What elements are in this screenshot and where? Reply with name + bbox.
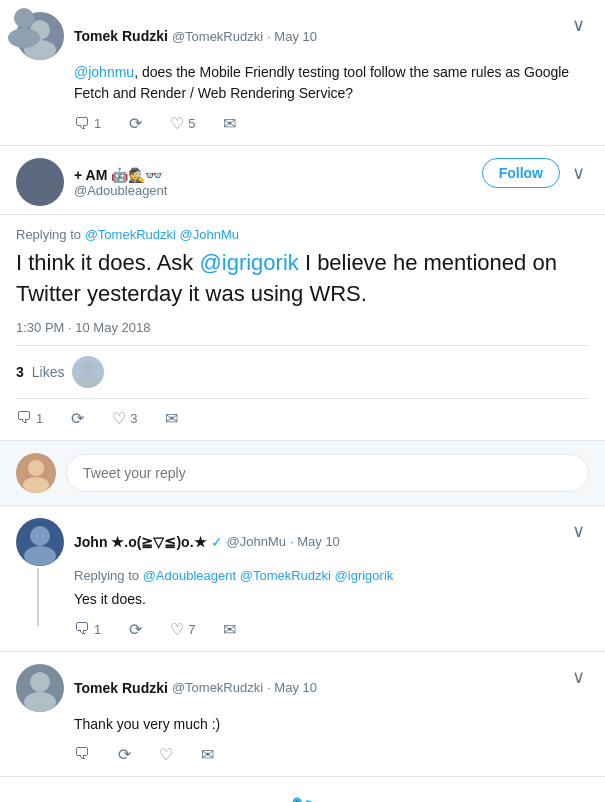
tweet-1-mail-btn[interactable]: ✉: [223, 114, 236, 133]
tweet-1-text: @johnmu, does the Mobile Friendly testin…: [74, 62, 589, 104]
twitter-bird-icon: 🐦: [290, 793, 315, 802]
tweet-4-header: Tomek Rudzki @TomekRudzki · May 10 ∨: [16, 664, 589, 712]
tweet-1-body: @johnmu, does the Mobile Friendly testin…: [74, 62, 589, 133]
main-tweet-mention-igrigorik[interactable]: @igrigorik: [199, 250, 298, 275]
svg-point-2: [14, 8, 34, 28]
tweet-1-username[interactable]: Tomek Rudzki: [74, 28, 168, 44]
reply-input[interactable]: [66, 454, 589, 492]
liker-avatar[interactable]: [72, 356, 104, 388]
main-tweet-reply-btn[interactable]: 🗨 1: [16, 409, 43, 427]
replying-mention-tomek[interactable]: @TomekRudzki: [85, 227, 176, 242]
tweet-2-avatar[interactable]: [16, 158, 64, 206]
follow-button[interactable]: Follow: [482, 158, 560, 188]
tweet-3-date: · May 10: [290, 534, 340, 549]
tweet-1-mention-johnmu[interactable]: @johnmu: [74, 64, 134, 80]
tweet-3-mention-adouble[interactable]: @Adoubleagent: [143, 568, 236, 583]
tweet-2-name-row: + AM 🤖🕵️👓: [74, 167, 167, 183]
tweet-1: Tomek Rudzki @TomekRudzki · May 10 ∨ @jo…: [0, 0, 605, 146]
tweet-1-like-btn[interactable]: ♡ 5: [170, 114, 195, 133]
tweet-1-actions: 🗨 1 ⟳ ♡ 5 ✉: [74, 114, 589, 133]
tweet-1-header: Tomek Rudzki @TomekRudzki · May 10 ∨: [16, 12, 589, 60]
tweet-4-user-info: Tomek Rudzki @TomekRudzki · May 10: [74, 680, 317, 696]
thread-line: [37, 568, 39, 626]
reply-icon: 🗨: [74, 745, 90, 763]
tweet-4-username: Tomek Rudzki: [74, 680, 168, 696]
tweet-3-avatar[interactable]: [16, 518, 64, 566]
reply-icon: 🗨: [74, 115, 90, 133]
tweet-2-username: + AM 🤖🕵️👓: [74, 167, 162, 183]
tweet-3-header-left: John ★.o(≧▽≦)o.★ ✓ @JohnMu · May 10: [16, 518, 340, 566]
tweet-2-chevron[interactable]: ∨: [568, 160, 589, 186]
tweet-3-actions: 🗨 1 ⟳ ♡ 7 ✉: [74, 620, 589, 639]
main-tweet-reply-count: 1: [36, 411, 43, 426]
svg-point-8: [30, 526, 50, 546]
tweet-4-mail-btn[interactable]: ✉: [201, 745, 214, 764]
svg-point-6: [28, 460, 44, 476]
tweet-1-name-row: Tomek Rudzki @TomekRudzki · May 10: [74, 28, 317, 44]
reply-icon: 🗨: [74, 620, 90, 638]
tweet-3-text: Yes it does.: [74, 589, 589, 610]
tweet-3-username: John ★.o(≧▽≦)o.★: [74, 534, 207, 550]
tweet-2-header-left: + AM 🤖🕵️👓 @Adoubleagent: [16, 158, 167, 206]
tweet-1-handle[interactable]: @TomekRudzki: [172, 29, 263, 44]
tweet-4-text: Thank you very much :): [74, 714, 589, 735]
likes-row: 3 Likes: [16, 356, 589, 399]
tweet-3-retweet-btn[interactable]: ⟳: [129, 620, 142, 639]
tweet-2: + AM 🤖🕵️👓 @Adoubleagent Follow ∨: [0, 146, 605, 215]
tweet-4-chevron[interactable]: ∨: [568, 664, 589, 690]
tweet-4-body: Thank you very much :) 🗨 ⟳ ♡ ✉: [74, 714, 589, 764]
likes-count: 3: [16, 364, 24, 380]
tweet-3-reply-btn[interactable]: 🗨 1: [74, 620, 101, 638]
tweet-1-reply-count: 1: [94, 116, 101, 131]
tweet-3-handle[interactable]: @JohnMu: [227, 534, 286, 549]
tweet-1-retweet-btn[interactable]: ⟳: [129, 114, 142, 133]
tweet-3-mention-igrigorik[interactable]: @igrigorik: [335, 568, 394, 583]
tweet-4: Tomek Rudzki @TomekRudzki · May 10 ∨ Tha…: [0, 652, 605, 777]
tweet-4-retweet-btn[interactable]: ⟳: [118, 745, 131, 764]
tweet-4-like-btn[interactable]: ♡: [159, 745, 173, 764]
tweet-1-reply-btn[interactable]: 🗨 1: [74, 115, 101, 133]
tweet-3-like-count: 7: [188, 622, 195, 637]
mail-icon: ✉: [165, 409, 178, 428]
tweet-3-thread: John ★.o(≧▽≦)o.★ ✓ @JohnMu · May 10 ∨ Re…: [16, 518, 589, 639]
main-tweet-retweet-btn[interactable]: ⟳: [71, 409, 84, 428]
tweet-1-header-left: Tomek Rudzki @TomekRudzki · May 10: [16, 12, 317, 60]
replying-mention-johnmu[interactable]: @JohnMu: [180, 227, 239, 242]
tweet-3-mention-tomek[interactable]: @TomekRudzki: [240, 568, 331, 583]
tweet-3-name-row: John ★.o(≧▽≦)o.★ ✓ @JohnMu · May 10: [74, 534, 340, 550]
svg-point-7: [23, 477, 49, 493]
tweet-3-chevron[interactable]: ∨: [568, 518, 589, 544]
main-tweet: Replying to @TomekRudzki @JohnMu I think…: [0, 215, 605, 441]
tweet-4-date: · May 10: [267, 680, 317, 695]
tweet-2-handle[interactable]: @Adoubleagent: [74, 183, 167, 198]
tweet-3-replying-to: Replying to @Adoubleagent @TomekRudzki @…: [74, 568, 589, 583]
verified-badge: ✓: [211, 534, 223, 550]
like-icon: ♡: [170, 114, 184, 133]
like-icon: ♡: [112, 409, 126, 428]
tweet-4-reply-btn[interactable]: 🗨: [74, 745, 90, 763]
tweet-3-header: John ★.o(≧▽≦)o.★ ✓ @JohnMu · May 10 ∨: [16, 518, 589, 566]
main-tweet-like-count: 3: [130, 411, 137, 426]
main-tweet-like-btn[interactable]: ♡ 3: [112, 409, 137, 428]
tweet-3-user-info: John ★.o(≧▽≦)o.★ ✓ @JohnMu · May 10: [74, 534, 340, 550]
tweet-2-user-info: + AM 🤖🕵️👓 @Adoubleagent: [74, 167, 167, 198]
reply-icon: 🗨: [16, 409, 32, 427]
tweet-1-chevron[interactable]: ∨: [568, 12, 589, 38]
tweet-3-mail-btn[interactable]: ✉: [223, 620, 236, 639]
like-icon: ♡: [159, 745, 173, 764]
like-icon: ♡: [170, 620, 184, 639]
tweet-3: John ★.o(≧▽≦)o.★ ✓ @JohnMu · May 10 ∨ Re…: [0, 506, 605, 652]
tweet-3-like-btn[interactable]: ♡ 7: [170, 620, 195, 639]
svg-point-10: [30, 672, 50, 692]
tweet-4-handle[interactable]: @TomekRudzki: [172, 680, 263, 695]
svg-point-4: [81, 361, 95, 375]
tweet-4-header-left: Tomek Rudzki @TomekRudzki · May 10: [16, 664, 317, 712]
reply-user-avatar: [16, 453, 56, 493]
main-tweet-mail-btn[interactable]: ✉: [165, 409, 178, 428]
tweet-4-name-row: Tomek Rudzki @TomekRudzki · May 10: [74, 680, 317, 696]
svg-point-9: [24, 546, 56, 566]
tweet-4-avatar[interactable]: [16, 664, 64, 712]
replying-to-label: Replying to @TomekRudzki @JohnMu: [16, 227, 589, 242]
tweet-1-user-info: Tomek Rudzki @TomekRudzki · May 10: [74, 28, 317, 44]
tweet-1-date: · May 10: [267, 29, 317, 44]
